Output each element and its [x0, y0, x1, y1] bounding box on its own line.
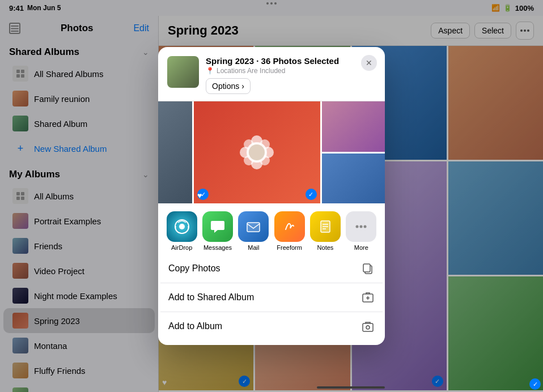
svg-rect-37 [363, 264, 370, 272]
svg-rect-26 [247, 223, 260, 232]
svg-point-34 [360, 225, 363, 228]
mail-label: Mail [248, 244, 259, 251]
share-header: Spring 2023 · 36 Photos Selected 📍 Locat… [158, 47, 385, 101]
share-overlay: Spring 2023 · 36 Photos Selected 📍 Locat… [0, 0, 543, 392]
location-icon: 📍 [206, 67, 214, 75]
flower-svg [234, 130, 279, 175]
share-header-thumb [167, 56, 199, 88]
share-app-freeform[interactable]: Freeform [274, 211, 306, 251]
preview-side: ✓ [322, 101, 385, 203]
preview-check-right: ✓ [306, 189, 317, 200]
add-shared-label: Add to Shared Album [168, 292, 254, 302]
preview-side-bot [322, 154, 385, 204]
freeform-icon [274, 211, 305, 242]
notes-icon [310, 211, 341, 242]
add-to-album-icon [361, 319, 375, 333]
share-app-more[interactable]: More [345, 211, 377, 251]
preview-cell-main: ✓ ♥ ✓ [194, 101, 320, 203]
close-icon: ✕ [366, 58, 372, 67]
svg-rect-41 [363, 323, 373, 331]
preview-side-top: ✓ [322, 101, 385, 152]
svg-point-42 [366, 326, 370, 329]
share-app-airdrop[interactable]: AirDrop [166, 211, 198, 251]
share-preview-strip: ✓ ♥ ✓ ✓ [158, 101, 385, 203]
add-shared-album-action[interactable]: Add to Shared Album [160, 283, 383, 312]
share-sheet: Spring 2023 · 36 Photos Selected 📍 Locat… [158, 47, 385, 345]
copy-photos-label: Copy Photos [168, 263, 220, 274]
share-app-mail[interactable]: Mail [237, 211, 269, 251]
svg-point-23 [249, 144, 265, 160]
copy-photos-action[interactable]: Copy Photos [160, 254, 383, 283]
preview-cell-small [158, 101, 192, 203]
add-to-album-action[interactable]: Add to Album [160, 312, 383, 340]
messages-label: Messages [203, 244, 232, 251]
share-apps-row: AirDrop Messages Mail [158, 203, 385, 254]
add-shared-icon [361, 291, 375, 304]
options-chevron-icon: › [241, 82, 244, 91]
options-label: Options [212, 82, 239, 91]
airdrop-label: AirDrop [171, 244, 192, 251]
airdrop-icon [167, 211, 197, 242]
share-options-button[interactable]: Options › [206, 78, 251, 94]
add-to-album-label: Add to Album [168, 321, 222, 331]
svg-point-25 [179, 224, 185, 229]
share-header-info: Spring 2023 · 36 Photos Selected 📍 Locat… [206, 56, 376, 94]
share-close-button[interactable]: ✕ [361, 55, 377, 71]
notes-label: Notes [317, 244, 334, 251]
share-locations-text: Locations Are Included [217, 67, 285, 75]
share-title: Spring 2023 · 36 Photos Selected [206, 56, 376, 66]
mail-icon [238, 211, 269, 242]
share-app-notes[interactable]: Notes [309, 211, 341, 251]
share-app-messages[interactable]: Messages [202, 211, 234, 251]
svg-point-33 [356, 225, 359, 228]
more-apps-icon [346, 211, 376, 242]
freeform-label: Freeform [277, 244, 302, 251]
preview-heart: ♥ [197, 191, 202, 200]
messages-icon [202, 211, 233, 242]
svg-point-35 [364, 225, 367, 228]
more-label: More [354, 244, 368, 251]
copy-photos-icon [361, 262, 375, 275]
share-actions: Copy Photos Add to Shared Album [158, 254, 385, 345]
share-subtitle: 📍 Locations Are Included [206, 67, 376, 75]
